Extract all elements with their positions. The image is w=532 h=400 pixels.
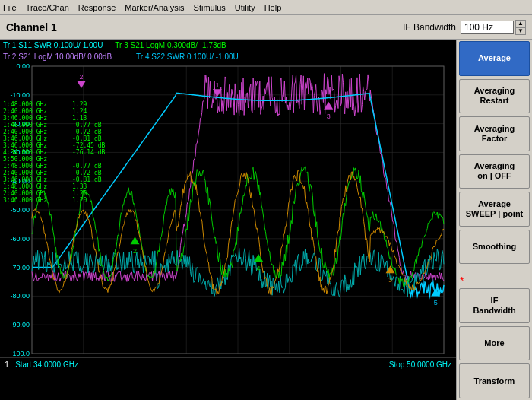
- menu-marker-analysis[interactable]: Marker/Analysis: [125, 3, 184, 12]
- menu-help[interactable]: Help: [264, 3, 282, 12]
- sidebar-btn-averaging-restart[interactable]: AveragingRestart: [459, 79, 530, 114]
- sidebar-spacer1: [457, 265, 532, 275]
- channel-title: Channel 1: [6, 21, 403, 33]
- if-bandwidth-down-arrow[interactable]: ▼: [515, 27, 526, 35]
- trace-header2: Tr 2 S21 LogM 10.00dB/ 0.00dB Tr 4 S22 S…: [0, 51, 456, 62]
- top-bar: Channel 1 IF Bandwidth ▲ ▼: [0, 15, 532, 40]
- chart-bottom-bar: 1 Start 34.0000 GHz Stop 50.0000 GHz: [0, 357, 456, 370]
- menu-response[interactable]: Response: [78, 3, 116, 12]
- trace-header: Tr 1 S11 SWR 0.100U/ 1.00U Tr 3 S21 LogM…: [0, 40, 456, 51]
- chart-canvas: [0, 62, 451, 357]
- sidebar-btn-if-bandwidth[interactable]: IFBandwidth: [459, 288, 530, 323]
- sidebar-btn-average[interactable]: Average: [459, 41, 530, 76]
- menu-file[interactable]: File: [3, 3, 17, 12]
- trace1-info: Tr 1 S11 SWR 0.100U/ 1.00U: [3, 41, 103, 49]
- if-bandwidth-input[interactable]: [461, 21, 514, 34]
- chart-stop-freq: Stop 50.0000 GHz: [389, 360, 451, 369]
- trace3-info: Tr 3 S21 LogM 0.300dB/ -1.73dB: [115, 41, 226, 49]
- main-layout: Tr 1 S11 SWR 0.100U/ 1.00U Tr 3 S21 LogM…: [0, 40, 532, 400]
- right-sidebar: Average AveragingRestart AveragingFactor…: [456, 40, 532, 400]
- menu-bar: File Trace/Chan Response Marker/Analysis…: [0, 0, 532, 15]
- sidebar-btn-transform[interactable]: Transform: [459, 363, 530, 398]
- sidebar-btn-averaging-factor[interactable]: AveragingFactor: [459, 116, 530, 151]
- sidebar-btn-average-sweep-point[interactable]: AverageSWEEP | point: [459, 192, 530, 227]
- menu-stimulus[interactable]: Stimulus: [194, 3, 226, 12]
- sidebar-btn-smoothing[interactable]: Smoothing: [459, 230, 530, 265]
- sidebar-btn-more[interactable]: More: [459, 326, 530, 361]
- chart-start-indicator: 1: [5, 360, 9, 369]
- menu-trace-chan[interactable]: Trace/Chan: [26, 3, 69, 12]
- sidebar-asterisk: *: [457, 275, 532, 287]
- if-bandwidth-label: IF Bandwidth: [403, 22, 456, 33]
- if-bandwidth-arrows: ▲ ▼: [515, 20, 526, 35]
- trace4-info: Tr 4 S22 SWR 0.100U/ -1.00U: [136, 52, 239, 61]
- menu-utility[interactable]: Utility: [235, 3, 255, 12]
- chart-start-freq: Start 34.0000 GHz: [15, 360, 78, 369]
- if-bandwidth-up-arrow[interactable]: ▲: [515, 20, 526, 27]
- sidebar-btn-averaging-on-off[interactable]: Averagingon | OFF: [459, 154, 530, 189]
- chart-area: Tr 1 S11 SWR 0.100U/ 1.00U Tr 3 S21 LogM…: [0, 40, 456, 400]
- trace2-info: Tr 2 S21 LogM 10.00dB/ 0.00dB: [3, 52, 112, 61]
